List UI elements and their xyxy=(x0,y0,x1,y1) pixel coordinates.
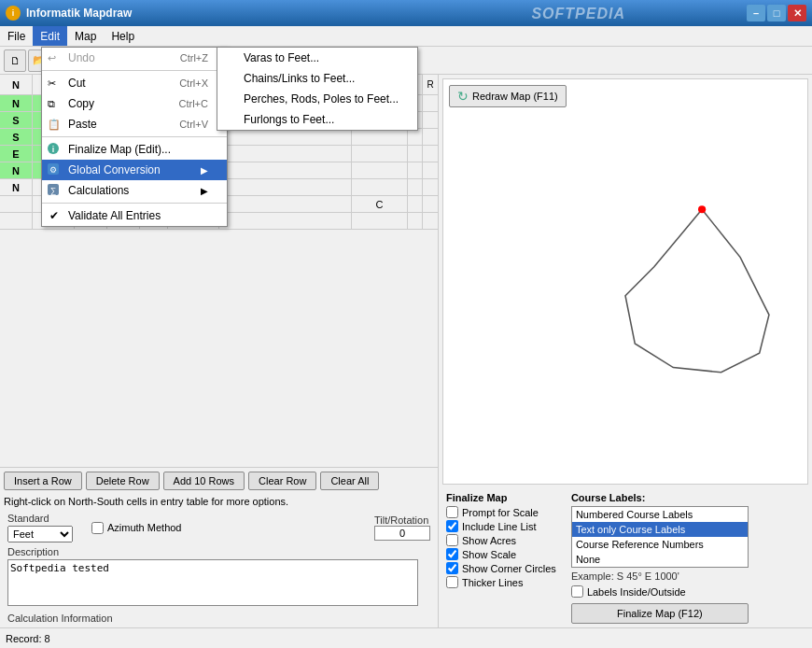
prompt-scale-row: Prompt for Scale xyxy=(446,506,556,518)
row1-ns[interactable]: N xyxy=(0,95,33,111)
global-conv-icon: ⚙ xyxy=(47,162,60,178)
copy-icon: ⧉ xyxy=(48,98,55,110)
prompt-scale-checkbox[interactable] xyxy=(446,506,458,518)
menu-validate[interactable]: ✔ Validate All Entries xyxy=(42,205,227,226)
thicker-lines-label: Thicker Lines xyxy=(462,577,523,588)
redraw-label: Redraw Map (F11) xyxy=(472,91,558,102)
menu-finalize-edit[interactable]: i Finalize Map (Edit)... xyxy=(42,139,227,160)
status-bar: Record: 8 xyxy=(0,627,812,648)
show-acres-checkbox[interactable] xyxy=(446,534,458,546)
row8-l[interactable] xyxy=(408,213,423,229)
menu-chains-to-feet[interactable]: Chains/Links to Feet... xyxy=(217,68,417,89)
row4-l[interactable] xyxy=(408,146,423,162)
add-10-rows-button[interactable]: Add 10 Rows xyxy=(163,472,245,490)
menu-help[interactable]: Help xyxy=(104,26,142,46)
menu-cut[interactable]: ✂ Cut Ctrl+X xyxy=(42,73,227,93)
row3-tags[interactable] xyxy=(352,129,408,145)
row8-curve[interactable] xyxy=(219,213,352,229)
course-label-none[interactable]: None xyxy=(572,552,748,567)
show-corners-checkbox[interactable] xyxy=(446,562,458,574)
course-label-numbered[interactable]: Numbered Course Labels xyxy=(572,507,748,522)
labels-inside-checkbox[interactable] xyxy=(571,585,583,598)
row5-curve[interactable] xyxy=(219,162,352,178)
row5-l[interactable] xyxy=(408,162,423,178)
labels-inside-label: Labels Inside/Outside xyxy=(587,586,686,598)
include-line-checkbox[interactable] xyxy=(446,520,458,532)
row3-curve[interactable] xyxy=(219,129,352,145)
menu-file[interactable]: File xyxy=(0,26,33,46)
finalize-map-button[interactable]: Finalize Map (F12) xyxy=(571,603,749,624)
menu-varas-to-feet[interactable]: Varas to Feet... xyxy=(217,48,417,68)
row8-tags[interactable] xyxy=(352,213,408,229)
tilt-rotation-area: Tilt/Rotation 0 xyxy=(374,514,430,541)
example-text: Example: S 45° E 1000' xyxy=(571,571,749,582)
row4-ns[interactable]: E xyxy=(0,146,33,162)
row5-r[interactable] xyxy=(423,162,438,178)
menu-perches-to-feet[interactable]: Perches, Rods, Poles to Feet... xyxy=(217,89,417,109)
row6-curve[interactable] xyxy=(219,179,352,195)
tilt-value: 0 xyxy=(374,526,430,541)
close-button[interactable]: ✕ xyxy=(788,5,806,21)
row7-tags[interactable]: C xyxy=(352,196,408,212)
row1-r[interactable] xyxy=(423,95,438,111)
redraw-map-button[interactable]: ↻ Redraw Map (F11) xyxy=(449,85,567,107)
row8-r[interactable] xyxy=(423,213,438,229)
row4-tags[interactable] xyxy=(352,146,408,162)
delete-row-button[interactable]: Delete Row xyxy=(86,472,160,490)
menu-global-conversion[interactable]: ⚙ Global Conversion ▶ xyxy=(42,160,227,180)
row5-tags[interactable] xyxy=(352,162,408,178)
menu-furlongs-to-feet[interactable]: Furlongs to Feet... xyxy=(217,109,417,130)
row2-ns[interactable]: S xyxy=(0,112,33,128)
row4-curve[interactable] xyxy=(219,146,352,162)
row8-ns[interactable] xyxy=(0,213,33,229)
labels-inside-row: Labels Inside/Outside xyxy=(571,585,749,598)
insert-row-button[interactable]: Insert a Row xyxy=(4,472,82,490)
course-labels-list[interactable]: Numbered Course Labels Text only Course … xyxy=(571,506,749,568)
row3-r[interactable] xyxy=(423,129,438,145)
title-text: Informatik Mapdraw xyxy=(26,7,132,20)
finalize-title: Finalize Map xyxy=(446,492,556,503)
finalize-right: Course Labels: Numbered Course Labels Te… xyxy=(571,492,749,624)
row6-tags[interactable] xyxy=(352,179,408,195)
undo-icon: ↩ xyxy=(48,52,56,64)
row7-ns[interactable] xyxy=(0,196,33,212)
row7-r[interactable] xyxy=(423,196,438,212)
menu-edit[interactable]: Edit xyxy=(33,26,67,46)
thicker-lines-checkbox[interactable] xyxy=(446,576,458,588)
finalize-edit-icon: i xyxy=(47,142,60,158)
finalize-left: Finalize Map Prompt for Scale Include Li… xyxy=(446,492,556,624)
row6-l[interactable] xyxy=(408,179,423,195)
row3-l[interactable] xyxy=(408,129,423,145)
course-labels-title: Course Labels: xyxy=(571,492,749,503)
bottom-buttons: Insert a Row Delete Row Add 10 Rows Clea… xyxy=(0,467,438,494)
show-scale-checkbox[interactable] xyxy=(446,548,458,560)
row7-curve[interactable] xyxy=(219,196,352,212)
clear-row-button[interactable]: Clear Row xyxy=(248,472,316,490)
menu-calculations[interactable]: ∑ Calculations ▶ xyxy=(42,180,227,201)
menu-copy[interactable]: ⧉ Copy Ctrl+C xyxy=(42,93,227,114)
edit-menu-dropdown: ↩ Undo Ctrl+Z ✂ Cut Ctrl+X ⧉ Copy Ctrl+C… xyxy=(41,47,228,227)
calc-icon: ∑ xyxy=(47,183,60,199)
row2-r[interactable] xyxy=(423,112,438,128)
show-scale-label: Show Scale xyxy=(462,549,516,560)
maximize-button[interactable]: □ xyxy=(767,5,786,21)
description-input[interactable]: Softpedia tested xyxy=(7,559,418,606)
thicker-lines-row: Thicker Lines xyxy=(446,576,556,588)
row6-ns[interactable]: N xyxy=(0,179,33,195)
course-label-text-only[interactable]: Text only Course Labels xyxy=(572,522,748,537)
row5-ns[interactable]: N xyxy=(0,162,33,178)
row7-l[interactable] xyxy=(408,196,423,212)
course-label-reference[interactable]: Course Reference Numbers xyxy=(572,537,748,552)
azimuth-checkbox[interactable] xyxy=(91,522,104,534)
clear-all-button[interactable]: Clear All xyxy=(320,472,379,490)
row4-r[interactable] xyxy=(423,146,438,162)
row3-ns[interactable]: S xyxy=(0,129,33,145)
minimize-button[interactable]: – xyxy=(747,5,765,21)
standard-select[interactable]: Feet Meters Varas xyxy=(7,526,73,542)
toolbar-new[interactable]: 🗋 xyxy=(4,49,26,72)
menu-paste[interactable]: 📋 Paste Ctrl+V xyxy=(42,114,227,134)
menu-map[interactable]: Map xyxy=(67,26,104,46)
menu-undo[interactable]: ↩ Undo Ctrl+Z xyxy=(42,48,227,68)
description-label: Description xyxy=(7,546,430,557)
row6-r[interactable] xyxy=(423,179,438,195)
